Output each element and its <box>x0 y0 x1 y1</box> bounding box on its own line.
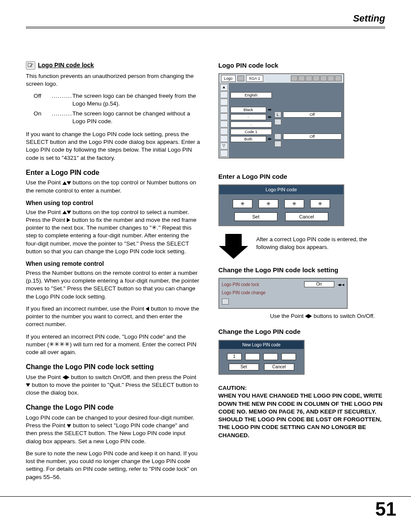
text-frag: Use the Point <box>26 374 62 380</box>
osd-toolbar-icon <box>313 75 320 81</box>
triangle-down-icon <box>26 383 30 387</box>
osd-header-logo: Logo <box>221 75 236 82</box>
osd-side-icon <box>220 135 228 142</box>
footer-rule <box>0 496 411 497</box>
new-pin-slot <box>281 353 296 360</box>
osd-menu-figure: Logo XGA 1 ▲ <box>218 73 344 159</box>
new-pin-set-button: Set <box>229 364 259 370</box>
pin-slot: ✳ <box>258 199 278 208</box>
osd-side-icon <box>220 106 228 113</box>
osd-toolbar-icon <box>335 75 342 81</box>
osd-row: ♀ <box>230 114 266 120</box>
arrows-icon: ◂▸ <box>268 107 272 113</box>
osd-toolbar-icon <box>291 75 298 81</box>
right-column: Logo PIN code lock Logo XGA 1 ▲ <box>218 61 385 485</box>
page-header-title: Setting <box>26 12 385 25</box>
pin-cancel-button: Cancel <box>285 212 328 221</box>
definition-list: Off ........... The screen logo can be c… <box>34 92 201 125</box>
section-title: Logo PIN code lock <box>38 61 94 69</box>
text-frag: button to move the pointer to "Quit." Pr… <box>26 382 199 396</box>
text-frag: buttons to switch On/Off. <box>312 313 375 319</box>
osd-side-icon <box>220 99 228 106</box>
lock-row-label: Logo PIN code lock <box>222 282 301 288</box>
pin-dialog-figure: Logo PIN code ✳ ✳ ✳ ✳ Set Cancel <box>218 184 344 226</box>
new-pin-dialog-figure: New Logo PIN code 1 Set Cancel <box>218 340 305 375</box>
osd-bar-icon: L <box>274 112 281 118</box>
osd-header: Logo XGA 1 <box>219 74 343 83</box>
page-number: 51 <box>375 496 396 522</box>
text-frag: Use the Point <box>26 209 62 215</box>
body-text: Use the Point button to switch On/Off, a… <box>26 373 201 397</box>
osd-bar-label: Off <box>283 134 342 140</box>
osd-toolbar-icon <box>327 75 334 81</box>
text-frag: Use the Point <box>26 179 62 186</box>
osd-toolbar-icon <box>320 75 327 81</box>
text-frag: If you fixed an incorrect number, use th… <box>26 305 146 312</box>
arrow-caption: After a correct Logo PIN code is entered… <box>256 231 385 251</box>
svg-rect-0 <box>28 63 31 67</box>
body-text: Press the Number buttons on the remote c… <box>26 269 201 301</box>
pin-set-button: Set <box>234 212 277 221</box>
new-pin-title: New Logo PIN code <box>219 341 304 349</box>
triangle-down-icon <box>67 181 71 185</box>
left-column: Logo PIN code lock This function prevent… <box>26 61 201 485</box>
pin-dialog-title: Logo PIN code <box>219 185 343 194</box>
new-pin-slot: 1 <box>227 353 242 360</box>
osd-row: ○ <box>230 121 272 128</box>
subheading-change-lock: Change the Logo PIN code lock setting <box>26 362 201 372</box>
arrows-icon: ◂▸◂ <box>338 282 344 288</box>
lock-row-label: Logo PIN code change <box>222 290 344 296</box>
subheading-change-pin: Change the Logo PIN code <box>26 403 201 412</box>
osd-side-icon <box>220 113 228 120</box>
osd-bar-icon <box>274 141 281 147</box>
triangle-down-icon <box>67 211 71 214</box>
osd-header-icon <box>237 75 244 81</box>
osd-side-down-icon: ▽ <box>220 143 228 149</box>
osd-row: Both <box>230 136 266 142</box>
osd-side-icon <box>220 121 228 128</box>
osd-row: Code 1 <box>230 129 272 135</box>
header-rule <box>26 27 385 27</box>
body-text: If you entered an incorrect PIN code, "L… <box>26 333 201 357</box>
new-pin-slot <box>263 353 278 360</box>
caution-label: CAUTION: <box>218 384 385 392</box>
osd-side-icon <box>220 128 228 135</box>
figure-title: Change the Logo PIN code lock setting <box>218 266 385 274</box>
caution-block: CAUTION: WHEN YOU HAVE CHANGED THE LOGO … <box>218 384 385 439</box>
triangle-right-icon <box>66 375 69 380</box>
body-text: Use the Point buttons on the top control… <box>26 208 201 255</box>
lock-setting-figure: Logo PIN code lock On ◂▸◂ Logo PIN code … <box>218 278 348 309</box>
osd-row: English <box>230 92 272 98</box>
text-frag: button to switch On/Off, and then press … <box>69 374 196 380</box>
osd-bar-icon <box>274 134 281 140</box>
body-text: Be sure to note the new Logo PIN code an… <box>26 450 201 481</box>
osd-row: Black <box>230 107 266 113</box>
miniheading-top: When using top control <box>26 199 201 207</box>
def-val: The screen logo cannot be changed withou… <box>72 110 201 125</box>
arrows-icon: ◂▸ <box>268 114 272 120</box>
body-text: Logo PIN code can be changed to your des… <box>26 414 201 445</box>
body-text: Use the Point buttons on the top control… <box>26 179 201 194</box>
osd-bar-label: Off <box>283 112 342 118</box>
lock-row-value: On <box>304 281 334 287</box>
def-key: Off <box>34 92 52 108</box>
triangle-left-icon <box>305 314 308 318</box>
pin-slot: ✳ <box>284 199 304 208</box>
osd-toolbar-icon <box>298 75 305 81</box>
miniheading-remote: When using remote control <box>26 260 201 268</box>
triangle-left-icon <box>62 375 66 380</box>
triangle-up-icon <box>62 181 67 185</box>
lock-quit-icon <box>222 299 229 305</box>
osd-side-up-icon: ▲ <box>220 84 228 91</box>
osd-sidebar: ▲ ▽ <box>219 83 229 158</box>
logo-lock-icon <box>26 61 35 70</box>
figure-title: Enter a Logo PIN code <box>218 172 385 181</box>
osd-header-mode: XGA 1 <box>246 75 263 82</box>
header-rule <box>26 28 385 28</box>
figure-note: Use the Point buttons to switch On/Off. <box>270 312 385 320</box>
osd-side-icon <box>220 91 228 98</box>
def-key: On <box>34 110 52 125</box>
pin-slot: ✳ <box>310 199 330 208</box>
new-pin-cancel-button: Cancel <box>264 364 294 370</box>
intro-text: This function prevents an unauthorized p… <box>26 72 201 88</box>
